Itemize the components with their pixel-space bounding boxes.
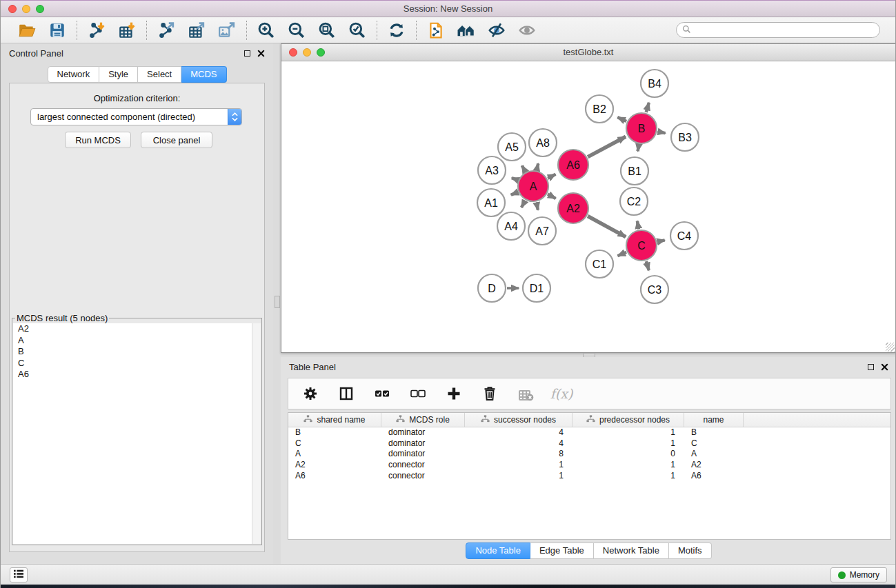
table-row[interactable]: Cdominator41C [288,438,890,449]
result-node-item[interactable]: A6 [13,369,261,381]
table-row[interactable]: Bdominator41B [288,427,890,438]
graph-node-A6[interactable]: A6 [558,150,588,180]
column-header-MCDS-role[interactable]: MCDS role [381,413,465,427]
graph-node-D[interactable]: D [478,274,506,302]
graph-edge-A6-B[interactable] [588,136,626,156]
result-node-item[interactable]: C [13,358,261,369]
network-canvas[interactable]: B4B2BB3A5A8A6A3B1AA1C2A2A4A7C4CC1C3DD1 [281,61,895,352]
window-resize-grip[interactable] [886,343,895,352]
run-mcds-button[interactable]: Run MCDS [65,132,131,148]
graph-node-A1[interactable]: A1 [477,189,505,216]
graph-node-A8[interactable]: A8 [529,129,557,156]
column-header-successor-nodes[interactable]: successor nodes [465,413,573,427]
zoom-in-icon[interactable] [257,21,276,40]
split-columns-icon[interactable] [337,384,356,403]
graph-edge-A-A1[interactable] [511,192,518,195]
graph-edge-A2-C[interactable] [588,216,626,236]
table-tab-node-table[interactable]: Node Table [466,543,530,559]
graph-edge-C-C1[interactable] [618,252,627,256]
task-history-button[interactable] [10,567,28,582]
graph-edge-A-A4[interactable] [521,201,525,207]
table-settings-icon[interactable] [301,384,320,403]
result-node-item[interactable]: A [13,335,261,347]
network-window-titlebar[interactable]: testGlobe.txt [281,44,895,61]
tab-style[interactable]: Style [99,66,138,83]
clone-network-icon[interactable] [426,21,446,40]
zoom-out-icon[interactable] [287,21,306,40]
open-session-icon[interactable] [17,21,37,40]
result-scrollbar[interactable] [252,323,261,544]
table-row[interactable]: A2connector11A2 [288,460,890,471]
graph-edge-B-B2[interactable] [617,117,626,121]
graph-node-A[interactable]: A [518,171,548,201]
close-table-panel-icon[interactable] [881,363,888,371]
column-header-shared-name[interactable]: shared name [288,413,381,427]
export-table-icon[interactable] [187,21,206,40]
add-column-icon[interactable] [444,384,464,403]
refresh-layout-icon[interactable] [387,21,406,40]
delete-column-icon[interactable] [480,384,499,403]
show-graphics-details-icon[interactable] [487,21,506,40]
criterion-dropdown[interactable]: largest connected component (directed) [30,108,242,125]
graph-node-C3[interactable]: C3 [641,276,668,303]
graph-node-A5[interactable]: A5 [498,133,526,161]
tab-network[interactable]: Network [47,66,99,83]
select-all-icon[interactable] [372,384,392,403]
column-header-predecessor-nodes[interactable]: predecessor nodes [573,413,684,427]
cell-successor_nodes: 4 [465,427,573,438]
graph-node-C4[interactable]: C4 [670,222,698,250]
table-tab-edge-table[interactable]: Edge Table [530,543,594,559]
graph-edge-A-A2[interactable] [548,194,556,199]
result-node-item[interactable]: A2 [13,323,261,335]
tab-select[interactable]: Select [138,66,181,83]
close-panel-button[interactable]: Close panel [141,132,212,148]
table-row[interactable]: A6connector11A6 [288,471,890,482]
open-home-icon[interactable] [457,21,476,40]
graph-edge-B-B3[interactable] [658,132,666,133]
float-table-panel-icon[interactable] [868,364,874,370]
graph-node-B[interactable]: B [626,113,657,143]
search-input[interactable] [695,26,874,35]
graph-node-C1[interactable]: C1 [586,250,613,278]
memory-button[interactable]: Memory [830,567,887,582]
result-node-item[interactable]: B [13,346,261,358]
vertical-splitter-handle[interactable] [275,296,280,308]
export-network-icon[interactable] [157,21,176,40]
graph-node-C2[interactable]: C2 [620,187,648,215]
graph-node-B2[interactable]: B2 [586,95,613,123]
graph-edge-B-B4[interactable] [646,103,649,112]
graph-node-A2[interactable]: A2 [558,193,588,223]
graph-edge-C-C3[interactable] [646,261,649,270]
float-panel-icon[interactable] [244,50,250,57]
graph-edge-A-A5[interactable] [522,165,526,172]
graph-node-B1[interactable]: B1 [621,157,648,185]
graph-node-A3[interactable]: A3 [478,156,506,184]
import-network-icon[interactable] [87,21,106,40]
graph-edge-B-B1[interactable] [638,145,639,152]
zoom-selected-icon[interactable] [348,21,367,40]
table-tab-network-table[interactable]: Network Table [594,543,669,559]
graph-node-B4[interactable]: B4 [641,70,668,97]
hide-graphics-details-icon[interactable] [517,21,537,40]
table-row[interactable]: Adominator80A [288,449,890,460]
tab-mcds[interactable]: MCDS [181,66,226,83]
save-session-icon[interactable] [48,21,67,40]
graph-edge-A-A3[interactable] [512,178,518,180]
graph-node-B3[interactable]: B3 [671,123,699,151]
column-header-name[interactable]: name [684,413,744,427]
graph-edge-C-C4[interactable] [657,240,664,241]
export-image-icon[interactable] [217,21,237,40]
graph-edge-A-A8[interactable] [537,163,538,170]
graph-node-C[interactable]: C [626,230,657,261]
graph-edge-C-C2[interactable] [637,221,639,230]
graph-node-A7[interactable]: A7 [528,217,556,245]
graph-node-A4[interactable]: A4 [497,212,525,240]
graph-edge-A-A7[interactable] [537,203,538,210]
table-tab-motifs[interactable]: Motifs [669,543,712,559]
zoom-fit-icon[interactable] [317,21,337,40]
graph-node-D1[interactable]: D1 [523,274,550,302]
close-panel-icon[interactable] [257,50,265,57]
import-table-icon[interactable] [117,21,137,40]
deselect-all-icon[interactable] [408,384,428,403]
graph-edge-A-A6[interactable] [548,174,555,179]
